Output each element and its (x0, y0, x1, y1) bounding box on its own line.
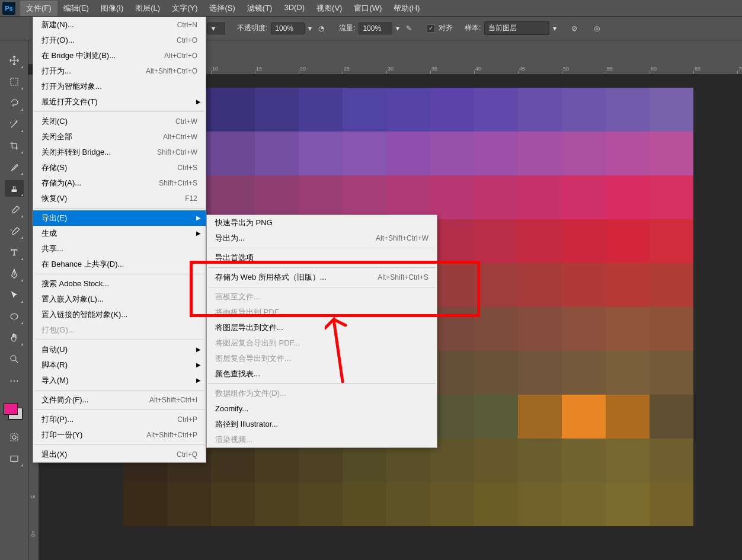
menu-视图[interactable]: 视图(V) (311, 1, 348, 16)
file-menu-item-33[interactable]: 退出(X)Ctrl+Q (33, 447, 206, 462)
menu-文字[interactable]: 文字(Y) (166, 1, 203, 16)
edit-toolbar[interactable]: ⋯ (5, 372, 24, 389)
file-menu-item-14[interactable]: 导出(E)▶ (33, 210, 206, 226)
menu-item-shortcut: Shift+Ctrl+W (157, 147, 197, 158)
export-menu-item-12[interactable]: 颜色查找表... (207, 366, 437, 382)
menubar: Ps 文件(F)编辑(E)图像(I)图层(L)文字(Y)选择(S)滤镜(T)3D… (0, 0, 742, 17)
hand-tool[interactable] (5, 329, 24, 346)
file-menu-item-0[interactable]: 新建(N)...Ctrl+N (33, 17, 206, 33)
export-menu-item-5[interactable]: 存储为 Web 所用格式（旧版）...Alt+Shift+Ctrl+S (207, 270, 437, 285)
menu-item-label: 将画板导出到 PDF... (215, 307, 284, 318)
ruler-mark: 65 (695, 66, 701, 72)
crop-tool[interactable] (5, 137, 24, 154)
ignore-adjustment-icon[interactable]: ⊘ (568, 23, 580, 34)
file-menu-item-24[interactable]: 自动(U)▶ (33, 342, 206, 357)
opacity-value[interactable]: 100% (271, 23, 305, 34)
flow-chevron-icon[interactable]: ▾ (396, 24, 399, 33)
ruler-mark: 45 (519, 66, 525, 72)
file-menu-item-21[interactable]: 置入链接的智能对象(K)... (33, 307, 206, 322)
zoom-tool[interactable] (5, 351, 24, 367)
file-menu-item-15[interactable]: 生成▶ (33, 226, 206, 241)
export-menu-item-0[interactable]: 快速导出为 PNG (207, 215, 437, 231)
menu-item-label: 关闭并转到 Bridge... (41, 147, 111, 158)
sample-chevron-icon[interactable]: ▾ (553, 24, 556, 33)
opacity-chevron-icon[interactable]: ▾ (308, 24, 312, 33)
quick-mask-tool[interactable] (5, 429, 24, 446)
type-tool[interactable] (5, 244, 24, 261)
align-checkbox[interactable]: ✓ (427, 24, 435, 33)
sample-select[interactable]: 当前图层 (484, 21, 549, 35)
path-selection-tool[interactable] (5, 287, 24, 303)
menu-滤镜[interactable]: 滤镜(T) (241, 1, 279, 16)
export-menu-item-3[interactable]: 导出首选项 (207, 250, 437, 265)
menu-item-label: 在 Behance 上共享(D)... (41, 259, 124, 270)
ruler-mark: 10 (212, 66, 218, 72)
svg-point-2 (11, 314, 18, 319)
clone-stamp-tool[interactable] (5, 180, 24, 197)
submenu-arrow-icon: ▶ (196, 97, 201, 107)
export-menu-item-1[interactable]: 导出为...Alt+Shift+Ctrl+W (207, 231, 437, 246)
pressure-opacity-icon[interactable]: ◔ (315, 23, 327, 34)
file-menu-item-19[interactable]: 搜索 Adobe Stock... (33, 276, 206, 292)
file-menu-item-12[interactable]: 恢复(V)F12 (33, 191, 206, 206)
menu-选择[interactable]: 选择(S) (203, 1, 241, 16)
menu-item-label: 将图层复合导出到 PDF... (215, 338, 300, 348)
menu-item-label: 文件简介(F)... (41, 395, 88, 405)
submenu-arrow-icon: ▶ (196, 344, 201, 355)
file-menu-item-10[interactable]: 存储(S)Ctrl+S (33, 160, 206, 175)
menu-item-label: 导出首选项 (215, 252, 254, 263)
brush-tool[interactable] (5, 201, 24, 218)
file-menu-item-25[interactable]: 脚本(R)▶ (33, 357, 206, 373)
airbrush-icon[interactable]: ✎ (403, 23, 415, 34)
ellipse-tool[interactable] (5, 308, 24, 325)
move-tool[interactable] (5, 52, 24, 69)
menu-3d[interactable]: 3D(D) (278, 1, 311, 16)
menu-帮助[interactable]: 帮助(H) (388, 1, 426, 16)
history-brush-tool[interactable] (5, 223, 24, 239)
menu-图像[interactable]: 图像(I) (95, 1, 129, 16)
file-menu-item-20[interactable]: 置入嵌入对象(L)... (33, 292, 206, 307)
screen-mode-tool[interactable] (5, 450, 24, 467)
menu-item-label: 画板至文件... (215, 292, 260, 302)
file-menu-item-5[interactable]: 最近打开文件(T)▶ (33, 94, 206, 110)
magic-wand-tool[interactable] (5, 116, 24, 133)
ruler-mark: 70 (738, 66, 742, 72)
export-menu-item-9[interactable]: 将图层导出到文件... (207, 320, 437, 335)
menu-窗口[interactable]: 窗口(W) (348, 1, 388, 16)
file-menu-item-16[interactable]: 共享... (33, 241, 206, 257)
ruler-mark: 55 (607, 66, 613, 72)
file-menu-item-7[interactable]: 关闭(C)Ctrl+W (33, 114, 206, 129)
file-menu-item-3[interactable]: 打开为...Alt+Shift+Ctrl+O (33, 63, 206, 79)
menu-编辑[interactable]: 编辑(E) (57, 1, 95, 16)
export-menu-item-15[interactable]: Zoomify... (207, 401, 437, 417)
file-menu-item-1[interactable]: 打开(O)...Ctrl+O (33, 33, 206, 48)
menu-文件[interactable]: 文件(F) (20, 1, 57, 16)
pen-tool[interactable] (5, 265, 24, 282)
marquee-tool[interactable] (5, 73, 24, 90)
foreground-color[interactable] (4, 403, 18, 415)
file-menu-item-8[interactable]: 关闭全部Alt+Ctrl+W (33, 129, 206, 145)
menu-item-label: 生成 (41, 228, 57, 239)
menu-item-label: 脚本(R) (41, 360, 68, 370)
flow-value[interactable]: 100% (359, 23, 392, 34)
menu-item-label: 新建(N)... (41, 20, 74, 30)
lasso-tool[interactable] (5, 95, 24, 111)
menu-item-label: 颜色查找表... (215, 369, 260, 379)
file-menu-item-4[interactable]: 打开为智能对象... (33, 79, 206, 94)
menu-item-label: 打开为... (41, 66, 71, 76)
brush-preset-select[interactable]: ▾ (207, 23, 225, 34)
eyedropper-tool[interactable] (5, 159, 24, 175)
file-menu-item-31[interactable]: 打印一份(Y)Alt+Shift+Ctrl+P (33, 427, 206, 443)
file-menu-item-9[interactable]: 关闭并转到 Bridge...Shift+Ctrl+W (33, 145, 206, 160)
file-menu-item-11[interactable]: 存储为(A)...Shift+Ctrl+S (33, 175, 206, 191)
export-menu-item-16[interactable]: 路径到 Illustrator... (207, 417, 437, 432)
file-menu-item-28[interactable]: 文件简介(F)...Alt+Shift+Ctrl+I (33, 392, 206, 408)
file-menu-item-17[interactable]: 在 Behance 上共享(D)... (33, 257, 206, 272)
menu-图层[interactable]: 图层(L) (129, 1, 166, 16)
pressure-size-icon[interactable]: ◎ (591, 23, 603, 34)
file-menu-item-26[interactable]: 导入(M)▶ (33, 373, 206, 388)
file-menu-item-30[interactable]: 打印(P)...Ctrl+P (33, 412, 206, 427)
menu-item-label: 置入链接的智能对象(K)... (41, 309, 127, 320)
export-menu-item-14: 数据组作为文件(D)... (207, 386, 437, 401)
file-menu-item-2[interactable]: 在 Bridge 中浏览(B)...Alt+Ctrl+O (33, 48, 206, 63)
